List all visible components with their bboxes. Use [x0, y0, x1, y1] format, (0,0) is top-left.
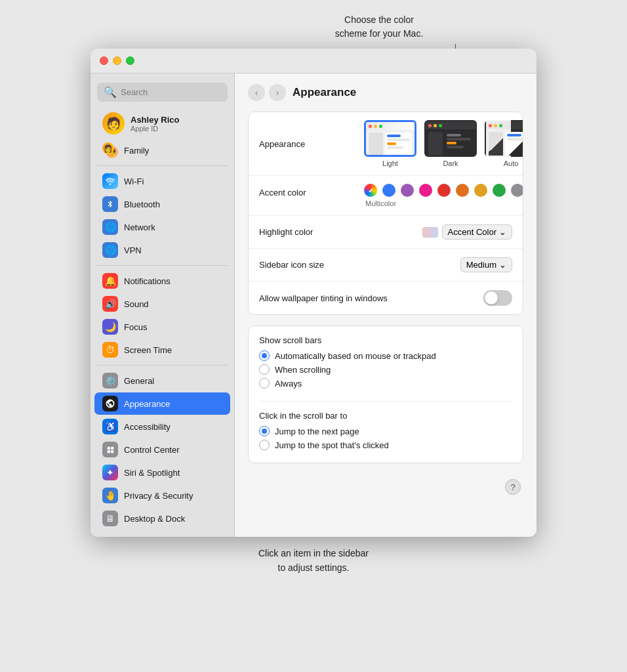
sidebar-item-general[interactable]: ⚙️ General: [94, 369, 230, 392]
help-button[interactable]: ?: [505, 479, 521, 495]
general-icon: ⚙️: [102, 373, 118, 388]
sidebar-item-wifi[interactable]: Wi-Fi: [94, 170, 230, 192]
desktop-icon: 🖥: [102, 511, 118, 526]
wallpaper-tinting-toggle[interactable]: [483, 290, 512, 306]
scroll-bars-section: Show scroll bars Automatically based on …: [248, 326, 523, 463]
search-bar[interactable]: 🔍 Search: [97, 83, 228, 102]
sidebar-item-notifications[interactable]: 🔔 Notifications: [94, 270, 230, 292]
svg-rect-4: [111, 450, 113, 453]
wallpaper-tinting-control: [388, 290, 512, 306]
titlebar: [91, 49, 536, 74]
accent-purple[interactable]: [401, 184, 414, 197]
sidebar-item-label-family: Family: [124, 146, 149, 156]
sound-icon: 🔊: [102, 296, 118, 312]
wallpaper-tinting-row: Allow wallpaper tinting in windows: [249, 282, 523, 314]
sidebar-item-label-privacy: Privacy & Security: [124, 491, 193, 501]
highlight-color-label: Highlight color: [259, 227, 364, 237]
accent-color-label: Accent color: [259, 184, 364, 198]
main-panel: ‹ › Appearance Appearance: [235, 74, 536, 537]
panel-title: Appearance: [293, 86, 356, 99]
sidebar-item-label-wifi: Wi-Fi: [124, 177, 144, 186]
sidebar-item-siri[interactable]: ✦ Siri & Spotlight: [94, 461, 230, 484]
appearance-row: Appearance: [249, 112, 523, 176]
radio-auto-mouse-indicator: [259, 350, 270, 361]
sidebar-item-label-appearance: Appearance: [124, 399, 170, 409]
appearance-dark-label: Dark: [443, 159, 458, 167]
highlight-color-row: Highlight color Accent Color ⌄: [249, 216, 523, 249]
network-icon: 🌐: [102, 219, 118, 235]
appearance-option-light[interactable]: Light: [364, 120, 416, 167]
sidebar-item-network[interactable]: 🌐 Network: [94, 216, 230, 238]
help-row: ?: [248, 474, 523, 500]
sidebar-icon-size-select[interactable]: Medium ⌄: [460, 257, 512, 272]
sidebar-item-sound[interactable]: 🔊 Sound: [94, 293, 230, 315]
back-button[interactable]: ‹: [248, 84, 265, 101]
highlight-select[interactable]: Accent Color ⌄: [442, 224, 512, 240]
radio-when-scrolling-text: When scrolling: [275, 365, 331, 375]
privacy-icon: 🤚: [102, 488, 118, 503]
radio-always-indicator: [259, 378, 270, 388]
radio-always[interactable]: Always: [259, 378, 512, 388]
sidebar-item-vpn[interactable]: 🌐 VPN: [94, 239, 230, 261]
radio-when-scrolling[interactable]: When scrolling: [259, 364, 512, 375]
sidebar-item-screentime[interactable]: ⏱ Screen Time: [94, 339, 230, 361]
sidebar-item-label-accessibility: Accessibility: [124, 422, 171, 432]
forward-button[interactable]: ›: [269, 84, 286, 101]
sidebar-item-label-controlcenter: Control Center: [124, 445, 180, 455]
sidebar-item-controlcenter[interactable]: Control Center: [94, 438, 230, 461]
accent-orange[interactable]: [456, 184, 469, 197]
radio-always-text: Always: [275, 379, 302, 388]
accent-graphite[interactable]: [511, 184, 523, 197]
accent-red[interactable]: [437, 184, 451, 197]
sidebar-item-label-desktop: Desktop & Dock: [124, 514, 185, 524]
tooltip-above: Choose the color scheme for your Mac.: [335, 13, 424, 41]
highlight-control: Accent Color ⌄: [422, 224, 512, 240]
radio-spot-clicked[interactable]: Jump to the spot that's clicked: [259, 440, 512, 450]
sidebar: 🔍 Search 🧑 Ashley Rico Apple ID 👩 👦: [91, 74, 235, 537]
highlight-preview: [422, 227, 438, 238]
sidebar-icon-size-row: Sidebar icon size Medium ⌄: [249, 249, 523, 282]
sidebar-item-focus[interactable]: 🌙 Focus: [94, 316, 230, 338]
maximize-button[interactable]: [126, 56, 134, 65]
appearance-option-dark[interactable]: Dark: [424, 120, 477, 167]
sidebar-item-label-screentime: Screen Time: [124, 345, 172, 355]
accent-color-row-dots: [364, 184, 523, 197]
chevron-updown-icon-2: ⌄: [499, 260, 506, 270]
accent-pink[interactable]: [419, 184, 432, 197]
accent-color-control: Multicolor: [364, 184, 523, 207]
accent-yellow[interactable]: [474, 184, 487, 197]
sidebar-item-appearance[interactable]: Appearance: [94, 392, 230, 415]
avatar: 🧑: [102, 112, 125, 135]
close-button[interactable]: [100, 56, 108, 65]
wifi-icon: [102, 173, 118, 189]
notifications-icon: 🔔: [102, 273, 118, 289]
radio-auto-mouse[interactable]: Automatically based on mouse or trackpad: [259, 350, 512, 361]
click-scroll-bar-label: Click in the scroll bar to: [259, 411, 512, 421]
accent-multicolor[interactable]: [364, 184, 377, 197]
radio-next-page-text: Jump to the next page: [275, 427, 359, 436]
sidebar-item-family[interactable]: 👩 👦 Family: [94, 139, 230, 161]
sidebar-item-privacy[interactable]: 🤚 Privacy & Security: [94, 484, 230, 507]
sidebar-item-appleid[interactable]: 🧑 Ashley Rico Apple ID: [94, 108, 230, 138]
tooltip-below: Click an item in the sidebar to adjust s…: [258, 546, 369, 576]
sidebar-item-desktop[interactable]: 🖥 Desktop & Dock: [94, 507, 230, 530]
sidebar-divider-2: [97, 265, 228, 266]
search-placeholder: Search: [121, 87, 148, 97]
appearance-light-label: Light: [382, 159, 398, 167]
appearance-option-auto[interactable]: Auto: [485, 120, 523, 167]
sidebar-item-label-general: General: [124, 376, 154, 386]
minimize-button[interactable]: [113, 56, 121, 65]
sidebar-item-bluetooth[interactable]: Bluetooth: [94, 193, 230, 215]
sidebar-item-accessibility[interactable]: ♿ Accessibility: [94, 415, 230, 438]
vpn-icon: 🌐: [102, 242, 118, 258]
appearance-options: Light: [364, 120, 523, 167]
accent-blue[interactable]: [382, 184, 395, 197]
appearance-thumb-dark: [424, 120, 477, 157]
sidebar-item-label-network: Network: [124, 222, 155, 232]
radio-next-page[interactable]: Jump to the next page: [259, 426, 512, 436]
user-name: Ashley Rico: [131, 115, 179, 125]
accent-green[interactable]: [493, 184, 506, 197]
search-icon: 🔍: [104, 86, 117, 98]
accent-selected-label: Multicolor: [364, 200, 396, 207]
siri-icon: ✦: [102, 465, 118, 480]
